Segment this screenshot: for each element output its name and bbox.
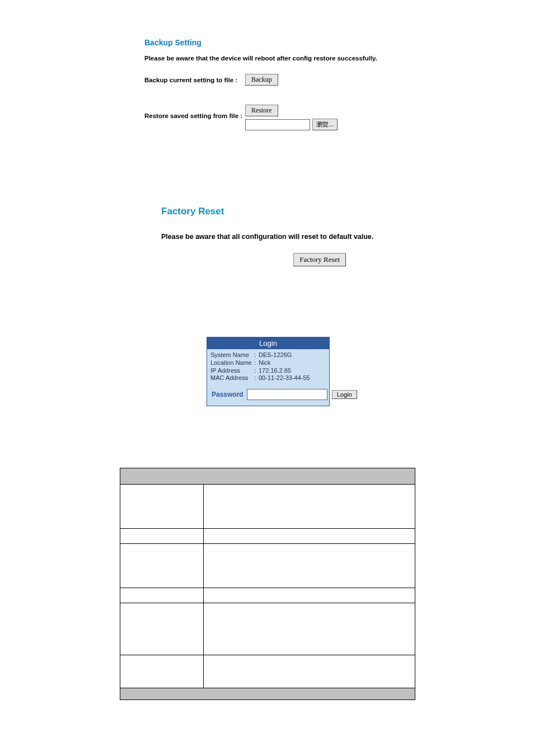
login-info-ip: IP Address : 172.16.2.85 <box>210 367 326 375</box>
restore-button[interactable]: Restore <box>245 105 278 116</box>
login-info-mac: MAC Address : 00-11-22-33-44-55 <box>210 374 326 382</box>
location-name-val: Nick <box>259 359 326 367</box>
backup-button[interactable]: Backup <box>245 74 278 86</box>
ip-val: 172.16.2.85 <box>259 367 326 375</box>
table-cell <box>204 529 415 544</box>
backup-setting-section: Backup Setting Please be aware that the … <box>144 38 480 130</box>
table-row <box>120 544 415 588</box>
login-header: Login <box>207 337 329 349</box>
table-cell <box>120 529 204 544</box>
mac-key: MAC Address <box>210 374 254 382</box>
login-info: System Name : DES-1226G Location Name : … <box>207 349 329 383</box>
location-name-key: Location Name <box>210 359 254 367</box>
password-label: Password <box>212 391 243 398</box>
table-row <box>120 529 415 544</box>
table-row <box>120 655 415 688</box>
factory-reset-button[interactable]: Factory Reset <box>293 253 346 266</box>
login-info-location-name: Location Name : Nick <box>210 359 326 367</box>
login-form: Password Login <box>207 383 329 406</box>
table-cell <box>120 485 204 529</box>
blank-table <box>120 468 415 700</box>
table-row <box>120 485 415 529</box>
table-row <box>120 603 415 655</box>
factory-reset-section: Factory Reset Please be aware that all c… <box>161 206 475 266</box>
table-footer-row <box>120 688 415 700</box>
restore-controls: Restore 瀏覽... <box>245 105 338 130</box>
colon: : <box>254 367 259 375</box>
ip-key: IP Address <box>210 367 254 375</box>
table-cell <box>204 655 415 688</box>
colon: : <box>254 374 259 382</box>
table-cell <box>204 588 415 603</box>
login-panel: Login System Name : DES-1226G Location N… <box>207 337 330 406</box>
table-cell <box>120 588 204 603</box>
table-cell <box>204 485 415 529</box>
system-name-val: DES-1226G <box>259 351 326 359</box>
mac-val: 00-11-22-33-44-55 <box>259 374 326 382</box>
restore-file-input[interactable] <box>245 119 310 130</box>
backup-row: Backup current setting to file : Backup <box>144 74 480 86</box>
table-header-row <box>120 468 415 485</box>
backup-current-label: Backup current setting to file : <box>144 77 245 83</box>
table-cell <box>204 544 415 588</box>
table-cell <box>120 655 204 688</box>
backup-warning: Please be aware that the device will reb… <box>144 55 480 62</box>
colon: : <box>254 351 259 359</box>
restore-row: Restore saved setting from file : Restor… <box>144 105 480 130</box>
backup-setting-title: Backup Setting <box>144 38 480 47</box>
factory-reset-title: Factory Reset <box>161 206 475 217</box>
file-chooser: 瀏覽... <box>245 119 338 130</box>
factory-reset-button-wrap: Factory Reset <box>161 253 346 266</box>
table-cell <box>120 544 204 588</box>
system-name-key: System Name <box>210 351 254 359</box>
table-footer <box>120 688 415 700</box>
table-cell <box>120 603 204 655</box>
restore-label: Restore saved setting from file : <box>144 105 245 119</box>
login-button[interactable]: Login <box>332 390 357 399</box>
table-cell <box>204 603 415 655</box>
factory-reset-warning: Please be aware that all configuration w… <box>161 233 475 241</box>
browse-button[interactable]: 瀏覽... <box>312 119 338 130</box>
table-header <box>120 468 415 485</box>
table-row <box>120 588 415 603</box>
colon: : <box>254 359 259 367</box>
password-input[interactable] <box>247 389 327 400</box>
login-info-system-name: System Name : DES-1226G <box>210 351 326 359</box>
page-root: Backup Setting Please be aware that the … <box>0 0 534 756</box>
